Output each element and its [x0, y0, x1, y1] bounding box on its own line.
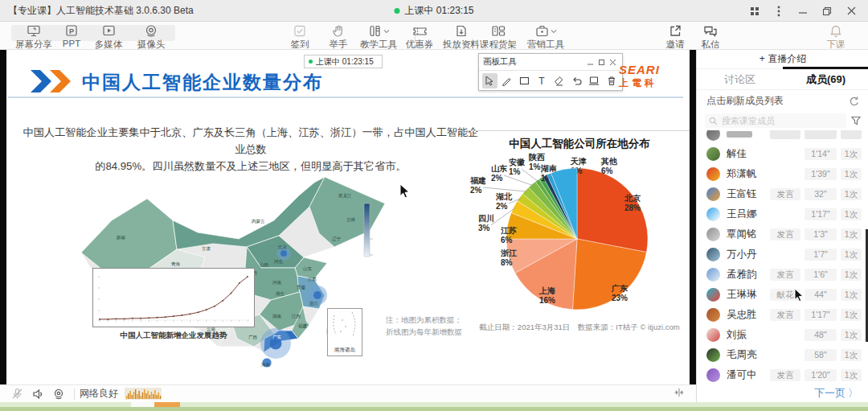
member-count-badge: 1次	[841, 249, 862, 261]
svg-text:福建: 福建	[469, 176, 486, 185]
svg-text:湖北: 湖北	[275, 291, 285, 297]
member-time-badge: 1'17"	[805, 208, 837, 221]
teaching-tools-button[interactable]: 教学工具	[350, 24, 407, 51]
member-time-badge: 58"	[805, 349, 837, 362]
member-row[interactable]: 郑潇帆 1'39" 1次	[697, 164, 868, 184]
eraser-tool-icon[interactable]	[552, 73, 567, 88]
more-menu-icon[interactable]	[768, 2, 789, 20]
collapse-icon[interactable]	[674, 387, 685, 401]
pen-tool-icon[interactable]	[500, 73, 515, 88]
svg-text:T: T	[539, 76, 546, 86]
member-row[interactable]: 吴忠胜 发言 1'17" 1次	[697, 305, 868, 325]
svg-text:16%: 16%	[539, 296, 555, 305]
svg-text:1%: 1%	[529, 162, 541, 171]
whiteboard-panel-title: 画板工具	[483, 56, 584, 68]
camera-icon	[144, 24, 158, 38]
panel-maximize-icon[interactable]	[596, 56, 607, 68]
webcam-icon[interactable]	[48, 388, 69, 400]
raise-hand-icon	[332, 24, 345, 38]
svg-text:江苏: 江苏	[500, 226, 517, 235]
member-time-badge: 1'14"	[805, 148, 837, 161]
multimedia-button[interactable]: 多媒体	[88, 24, 129, 51]
member-count-badge: 1次	[841, 188, 862, 201]
trash-tool-icon[interactable]	[604, 73, 619, 88]
class-status-text: 上课中 01:23:15	[404, 4, 473, 18]
speaker-icon[interactable]	[27, 388, 48, 400]
title-bar: 【专业课】人工智能技术基础 3.0.6.30 Beta 上课中 01:23:15	[0, 0, 868, 22]
member-row[interactable]: 覃闻铭 发言 1'3" 1次	[697, 224, 868, 245]
mic-muted-icon[interactable]	[6, 388, 27, 400]
end-class-icon	[829, 24, 842, 38]
member-row[interactable]: 王吕娜 1'17" 1次	[697, 204, 868, 224]
live-dot-icon	[394, 8, 399, 14]
minimize-button[interactable]	[792, 2, 813, 20]
member-count-badge: 1次	[841, 369, 862, 382]
member-row[interactable]: 潘可中 发言 1'20" 1次	[697, 365, 868, 385]
member-row[interactable]: 毛周亮 58" 1次	[697, 345, 868, 365]
member-row[interactable]: 王琳琳 献花 44" 1次	[697, 285, 868, 305]
member-name: 解佳	[727, 147, 747, 161]
svg-text:青海: 青海	[171, 261, 181, 267]
rectangle-tool-icon[interactable]	[517, 73, 532, 88]
refresh-members-row[interactable]: 点击刷新成员列表	[697, 90, 868, 111]
restore-button[interactable]	[817, 2, 837, 20]
map-color-legend	[364, 203, 370, 257]
invite-button[interactable]: 邀请	[657, 24, 693, 51]
member-row[interactable]: 解佳 1'14" 1次	[697, 144, 868, 164]
screen-share-button[interactable]: 屏幕分享	[13, 24, 55, 51]
apps-grid-icon[interactable]	[744, 2, 765, 20]
close-button[interactable]	[841, 2, 862, 20]
svg-text:山西: 山西	[260, 262, 269, 268]
member-count-badge: 1次	[841, 168, 862, 181]
panel-close-icon[interactable]	[607, 56, 618, 68]
svg-text:浙江: 浙江	[500, 249, 518, 257]
marketing-tools-button[interactable]: 营销工具	[519, 24, 572, 51]
svg-text:吉林: 吉林	[346, 217, 356, 222]
svg-text:湖南: 湖南	[272, 314, 282, 319]
avatar	[706, 187, 720, 201]
tab-discussion[interactable]: 讨论区	[697, 69, 783, 89]
private-message-button[interactable]: 私信	[693, 24, 728, 51]
avatar	[706, 248, 720, 261]
end-class-button[interactable]: 下课	[818, 24, 854, 51]
filter-icon[interactable]	[851, 116, 861, 125]
svg-text:江西: 江西	[292, 314, 301, 319]
next-page-button[interactable]: 下一页 〉	[697, 384, 868, 402]
select-tool-icon[interactable]	[482, 73, 497, 88]
search-input-box[interactable]	[705, 113, 846, 128]
svg-text:内蒙古: 内蒙古	[252, 219, 265, 224]
bottom-status-bar: 网络良好	[0, 384, 696, 402]
svg-text:湖南: 湖南	[540, 164, 557, 173]
camera-button[interactable]: 摄像头	[130, 24, 172, 51]
search-input[interactable]	[720, 115, 842, 126]
member-row[interactable]: 孟雅韵 发言 1'6" 1次	[697, 265, 868, 285]
course-shelf-button[interactable]: 课程货架	[476, 24, 521, 51]
tab-members[interactable]: 成员(69)	[783, 69, 868, 89]
undo-tool-icon[interactable]	[569, 73, 584, 88]
screen-tool-icon[interactable]	[587, 73, 602, 88]
member-time-badge: 1'39"	[805, 168, 837, 181]
member-row[interactable]: 万小丹 1'7" 1次	[697, 245, 868, 265]
coupon-button[interactable]: 优惠券	[400, 24, 439, 51]
member-row[interactable]: 王富钰 发言 32" 1次	[697, 184, 868, 204]
live-dot-icon	[309, 60, 313, 64]
private-message-icon	[703, 24, 718, 38]
refresh-icon[interactable]	[849, 96, 859, 106]
panel-minimize-icon[interactable]	[584, 56, 596, 68]
svg-text:天津: 天津	[570, 157, 587, 166]
screen-share-icon	[27, 24, 41, 38]
pie-chart-title: 中国人工智能公司所在地分布	[466, 137, 690, 151]
member-row[interactable]: 刘振 48" 1次	[697, 325, 868, 345]
svg-text:江苏: 江苏	[308, 277, 317, 282]
member-row[interactable]	[697, 130, 868, 144]
text-tool-icon[interactable]: T	[534, 73, 550, 88]
member-count-badge: 1次	[841, 208, 862, 221]
member-count-badge: 1次	[841, 329, 862, 342]
bottom-divider	[74, 388, 75, 400]
check-in-button[interactable]: 签到	[281, 24, 318, 51]
svg-text:广东: 广东	[272, 335, 282, 339]
ppt-button[interactable]: P PPT	[56, 24, 87, 48]
member-count-badge: 1次	[841, 228, 862, 241]
member-list[interactable]: 解佳 1'14" 1次 郑潇帆 1'39" 1次 王富钰 发言 32" 1次 王…	[697, 130, 868, 386]
member-name: 孟雅韵	[727, 268, 757, 282]
